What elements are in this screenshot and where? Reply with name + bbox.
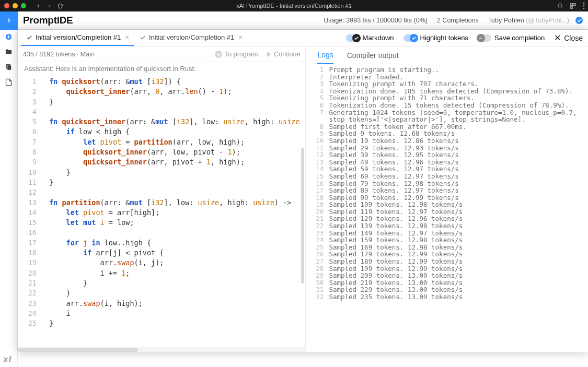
nav-back-icon[interactable] [36, 3, 41, 9]
window-close-icon[interactable] [4, 3, 9, 8]
log-line-number: 28 [306, 265, 329, 273]
log-text: Prompt program is starting.. [329, 66, 439, 74]
line-number: 16 [18, 228, 44, 238]
code-line[interactable]: 14 let pivot = arr[high]; [18, 208, 305, 218]
svg-point-7 [583, 8, 585, 9]
log-line: 21Sampled 129 tokens. 12.96 tokens/s [306, 215, 588, 222]
compiler-tab[interactable]: Compiler output [347, 47, 399, 64]
logs-tab[interactable]: Logs [317, 46, 333, 64]
code-line[interactable]: 6 if low < high { [18, 127, 305, 137]
content-pane: Initial version/Completion #1 × Initial … [18, 30, 588, 352]
code-line[interactable]: 18 if arr[j] < pivot { [18, 248, 305, 258]
log-line: 4Tokenization done. 185 tokens detected … [306, 88, 588, 95]
code-line[interactable]: 23 arr.swap(i, high); [18, 299, 305, 309]
file-tab-1[interactable]: Initial version/Completion #1 × [21, 30, 134, 46]
code-line[interactable]: 13fn partition(arr: &mut [i32], low: usi… [18, 198, 305, 208]
code-line[interactable]: 21 } [18, 278, 305, 288]
code-line[interactable]: 4 [18, 107, 305, 117]
code-text: quicksort_inner(arr, low, pivot - 1); [44, 147, 240, 157]
code-line[interactable]: 24 i [18, 309, 305, 318]
log-view[interactable]: 1Prompt program is starting..2Interprete… [306, 64, 588, 352]
horizontal-scrollbar[interactable] [18, 347, 305, 352]
code-text [44, 107, 49, 117]
log-line-number: 32 [306, 293, 329, 301]
search-icon[interactable] [557, 2, 563, 9]
highlight-toggle[interactable]: Highlight tokens [403, 34, 469, 42]
code-line[interactable]: 3} [18, 97, 305, 107]
vertical-scrollbar[interactable] [301, 148, 304, 283]
plus-circle-icon: + [215, 51, 222, 58]
close-label: Close [564, 34, 583, 42]
nav-refresh-icon[interactable] [57, 3, 63, 9]
line-number: 2 [18, 87, 44, 97]
line-number: 19 [18, 258, 44, 268]
save-toggle[interactable]: Save completion [478, 34, 545, 42]
log-line: 12Sampled 39 tokens. 12.95 tokens/s [306, 151, 588, 159]
nav-forward-icon[interactable] [47, 3, 52, 9]
code-text: if arr[j] < pivot { [44, 248, 164, 258]
rail-files-icon[interactable] [5, 63, 13, 71]
line-number: 13 [18, 198, 44, 208]
file-tab-2[interactable]: Initial version/Completion #1 × [134, 30, 248, 46]
log-line: 13Sampled 49 tokens. 12.96 tokens/s [306, 159, 588, 166]
sidebar-toggle-button[interactable] [0, 11, 18, 30]
user-label[interactable]: Toby Pohlen (@TobyPohl...) [488, 17, 569, 24]
code-line[interactable]: 12 [18, 187, 305, 197]
code-editor[interactable]: 1fn quicksort(arr: &mut [i32]) {2 quicks… [18, 75, 305, 347]
code-line[interactable]: 8 quicksort_inner(arr, low, pivot - 1); [18, 147, 305, 157]
code-line[interactable]: 10 } [18, 168, 305, 177]
app-title: PromptIDE [23, 15, 73, 26]
code-line[interactable]: 2 quicksort_inner(arr, 0, arr.len() - 1)… [18, 87, 305, 97]
save-label: Save completion [494, 34, 545, 42]
code-line[interactable]: 16 [18, 228, 305, 238]
extensions-icon[interactable] [570, 2, 577, 9]
log-line: 11Sampled 29 tokens. 12.93 tokens/s [306, 145, 588, 152]
log-line-number: 23 [306, 230, 329, 237]
log-text: Interpreter loaded. [329, 74, 403, 81]
line-number: 15 [18, 218, 44, 228]
menu-dots-icon[interactable] [583, 2, 585, 9]
log-text: Sampled 219 tokens. 13.00 tokens/s [329, 279, 463, 287]
code-line[interactable]: 9 quicksort_inner(arr, pivot + 1, high); [18, 157, 305, 167]
code-text: quicksort_inner(arr, 0, arr.len() - 1); [44, 87, 232, 97]
rail-doc-icon[interactable] [5, 78, 13, 86]
code-line[interactable]: 1fn quicksort(arr: &mut [i32]) { [18, 77, 305, 87]
line-number: 20 [18, 268, 44, 278]
log-line: 9Sampled 9 tokens. 12.68 tokens/s [306, 130, 588, 137]
svg-rect-4 [571, 6, 573, 8]
line-number: 8 [18, 147, 44, 157]
line-number: 23 [18, 299, 44, 309]
code-line[interactable]: 11} [18, 177, 305, 187]
tab-close-icon[interactable]: × [125, 33, 129, 41]
tab-strip: Initial version/Completion #1 × Initial … [18, 30, 588, 46]
close-icon: ✕ [554, 33, 561, 43]
log-text: Sampled 89 tokens. 12.97 tokens/s [329, 187, 458, 194]
log-line-number: 1 [306, 66, 329, 74]
code-line[interactable]: 25} [18, 318, 305, 328]
code-line[interactable]: 5fn quicksort_inner(arr: &mut [i32], low… [18, 117, 305, 127]
markdown-toggle[interactable]: Markdown [346, 34, 394, 42]
tab-close-icon[interactable]: × [238, 33, 243, 41]
code-line[interactable]: 19 arr.swap(i, j); [18, 258, 305, 268]
continue-button[interactable]: Continue [267, 51, 300, 58]
code-text: for j in low..high { [44, 238, 151, 248]
line-number: 14 [18, 208, 44, 218]
log-text: Sampled 209 tokens. 13.00 tokens/s [329, 272, 463, 279]
to-program-button[interactable]: + To program [215, 51, 258, 58]
rail-add-icon[interactable] [5, 33, 13, 41]
tab-label: Initial version/Completion #1 [36, 33, 121, 41]
window-min-icon[interactable] [13, 3, 18, 8]
log-text: Sampled 49 tokens. 12.96 tokens/s [329, 159, 458, 166]
code-line[interactable]: 7 let pivot = partition(arr, low, high); [18, 137, 305, 147]
close-button[interactable]: ✕ Close [554, 33, 583, 43]
completions-count[interactable]: 2 Completions [437, 17, 479, 24]
code-line[interactable]: 22 } [18, 288, 305, 298]
code-line[interactable]: 15 let mut i = low; [18, 218, 305, 228]
code-line[interactable]: 17 for j in low..high { [18, 238, 305, 248]
log-text: stop_tokens=['<|separator|>'], stop_stri… [329, 116, 525, 123]
log-text: Sampled 69 tokens. 12.97 tokens/s [329, 173, 458, 180]
log-line: 28Sampled 199 tokens. 12.99 tokens/s [306, 265, 588, 273]
window-max-icon[interactable] [21, 3, 26, 8]
code-line[interactable]: 20 i += 1; [18, 268, 305, 278]
rail-folder-icon[interactable] [5, 48, 13, 56]
